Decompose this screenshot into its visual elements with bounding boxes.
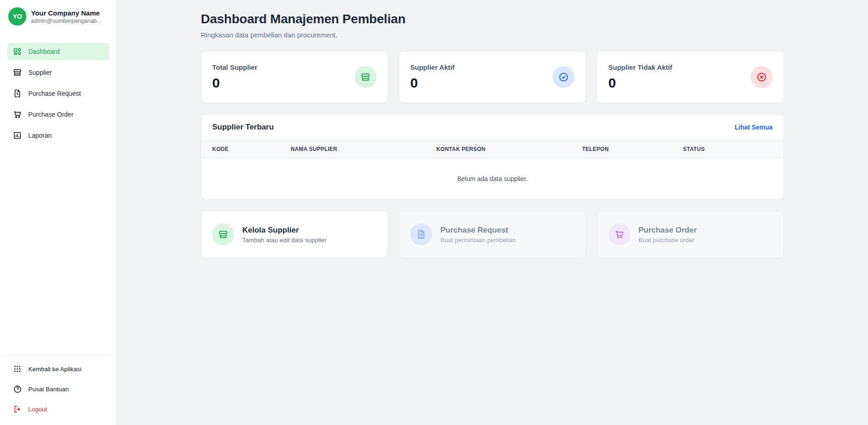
help-circle-icon — [13, 384, 22, 394]
column-header-nama-supplier: NAMA SUPPLIER — [291, 146, 436, 152]
quick-actions-row: Kelola Supplier Tambah atau edit data su… — [201, 211, 784, 258]
company-name: Your Company Name — [31, 9, 101, 17]
bar-chart-icon — [13, 131, 22, 140]
stat-value: 0 — [410, 75, 455, 91]
avatar: YO — [8, 7, 26, 26]
sidebar-item-label: Laporan — [28, 132, 52, 139]
footer-item-label: Pusat Bantuan — [28, 386, 69, 393]
sidebar-item-label: Supplier — [28, 69, 52, 76]
invoice-dollar-icon: $ — [13, 89, 22, 98]
sidebar-nav: Dashboard Supplier $ Purchas — [7, 43, 109, 144]
action-title: Kelola Supplier — [242, 226, 327, 235]
storefront-icon — [355, 66, 376, 88]
svg-text:$: $ — [420, 233, 423, 237]
sidebar-item-supplier[interactable]: Supplier — [7, 64, 109, 81]
footer-item-label: Logout — [28, 406, 47, 413]
sidebar-footer: Kembali ke Aplikasi Pusat Bantuan Logo — [7, 360, 109, 418]
stats-row: Total Supplier 0 Supplier Aktif 0 — [201, 51, 784, 103]
stat-label: Supplier Tidak Aktif — [608, 63, 672, 71]
storefront-icon — [13, 68, 22, 77]
file-invoice-icon: $ — [410, 223, 432, 245]
action-title: Purchase Order — [638, 226, 697, 235]
table-empty-message: Belum ada data supplier. — [201, 158, 784, 199]
stat-value: 0 — [212, 75, 257, 91]
cart-icon — [608, 223, 630, 245]
storefront-icon — [212, 223, 234, 245]
main-area: Dashboard Manajemen Pembelian Ringkasan … — [117, 0, 868, 425]
stat-card-supplier-aktif: Supplier Aktif 0 — [399, 51, 586, 103]
x-circle-icon — [751, 66, 773, 88]
column-header-telepon: TELEPON — [582, 146, 683, 152]
apps-grid-icon — [13, 364, 22, 373]
dashboard-grid-icon — [13, 47, 22, 56]
action-subtitle: Buat purchase order — [638, 237, 697, 244]
action-card-purchase-request[interactable]: $ Purchase Request Buat permintaan pembe… — [399, 211, 586, 258]
supplier-table-card: Supplier Terbaru Lihat Semua KODE NAMA S… — [201, 114, 784, 200]
sidebar-item-laporan[interactable]: Laporan — [7, 127, 109, 144]
profile-block[interactable]: YO Your Company Name admin@sumberpangana… — [7, 6, 109, 26]
footer-item-label: Kembali ke Aplikasi — [28, 366, 81, 373]
back-to-app-button[interactable]: Kembali ke Aplikasi — [7, 360, 109, 378]
sidebar-item-dashboard[interactable]: Dashboard — [7, 43, 109, 60]
sidebar-item-label: Purchase Request — [28, 90, 81, 97]
logout-button[interactable]: Logout — [7, 400, 109, 418]
action-card-purchase-order[interactable]: Purchase Order Buat purchase order — [597, 211, 784, 258]
table-title: Supplier Terbaru — [212, 123, 274, 132]
company-email: admin@sumberpanganab... — [31, 18, 101, 24]
stat-label: Supplier Aktif — [410, 63, 455, 71]
action-subtitle: Tambah atau edit data supplier — [242, 237, 327, 244]
sidebar-item-label: Purchase Order — [28, 111, 73, 118]
sidebar-item-purchase-request[interactable]: $ Purchase Request — [7, 85, 109, 102]
stat-label: Total Supplier — [212, 63, 257, 71]
table-header-row: KODE NAMA SUPPLIER KONTAK PERSON TELEPON… — [201, 140, 784, 158]
sidebar-divider — [5, 355, 111, 356]
action-card-kelola-supplier[interactable]: Kelola Supplier Tambah atau edit data su… — [201, 211, 388, 258]
stat-value: 0 — [608, 75, 672, 91]
column-header-status: STATUS — [683, 146, 772, 152]
column-header-kontak-person: KONTAK PERSON — [436, 146, 582, 152]
help-center-button[interactable]: Pusat Bantuan — [7, 380, 109, 398]
sidebar: YO Your Company Name admin@sumberpangana… — [0, 0, 117, 425]
page-subtitle: Ringkasan data pembelian dan procurement… — [201, 31, 784, 39]
column-header-kode: KODE — [212, 146, 291, 152]
sidebar-item-purchase-order[interactable]: Purchase Order — [7, 106, 109, 123]
page-title: Dashboard Manajemen Pembelian — [201, 12, 784, 26]
cart-icon — [13, 110, 22, 119]
stat-card-total-supplier: Total Supplier 0 — [201, 51, 388, 103]
check-circle-icon — [553, 66, 575, 88]
sidebar-item-label: Dashboard — [28, 48, 60, 55]
action-subtitle: Buat permintaan pembelian — [440, 237, 516, 244]
svg-text:$: $ — [16, 92, 19, 96]
view-all-link[interactable]: Lihat Semua — [735, 124, 773, 131]
stat-card-supplier-tidak-aktif: Supplier Tidak Aktif 0 — [597, 51, 784, 103]
action-title: Purchase Request — [440, 226, 516, 235]
logout-icon — [13, 404, 22, 414]
